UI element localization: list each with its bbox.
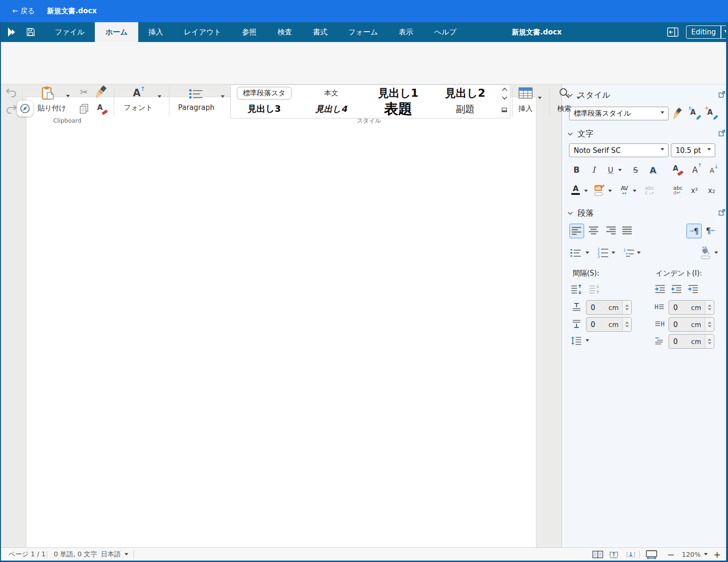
subscript-button[interactable]: x₂ [705, 184, 718, 197]
line-spacing-button[interactable] [570, 334, 583, 347]
font-group-icon[interactable]: A↑ [128, 85, 145, 101]
styles-section-header[interactable]: スタイル [568, 90, 611, 101]
paste-dropdown-caret[interactable] [66, 95, 70, 99]
new-style-button[interactable]: A [705, 107, 719, 120]
spinner-arrows[interactable] [622, 301, 631, 314]
spacing-caret[interactable] [633, 190, 636, 194]
redo-button[interactable] [4, 103, 19, 115]
numbered-list-caret[interactable] [611, 252, 615, 256]
style-heading3[interactable]: 見出し3 [231, 101, 298, 117]
back-button[interactable]: ← 戻る [12, 7, 35, 16]
background-color-caret[interactable] [714, 252, 718, 256]
spinner-arrows[interactable] [705, 301, 714, 314]
insert-dropdown-caret[interactable] [538, 97, 542, 101]
style-heading2[interactable]: 見出し2 [432, 85, 499, 101]
increase-indent-button[interactable] [653, 283, 667, 295]
spinner-arrows[interactable] [705, 318, 714, 331]
style-heading4[interactable]: 見出し4 [298, 101, 365, 117]
before-text-indent-spinner[interactable]: 0 cm [669, 300, 714, 315]
line-spacing-caret[interactable] [586, 339, 589, 344]
paragraph-group-button[interactable]: Paragraph [176, 103, 217, 112]
tab-help[interactable]: ヘルプ [424, 22, 467, 42]
left-to-right-button[interactable]: →¶ [686, 224, 702, 238]
italic-button[interactable]: I [587, 163, 600, 176]
tab-review[interactable]: 検査 [267, 22, 302, 42]
shrink-font-button[interactable]: A↓ [705, 163, 719, 176]
phonetic-guide-button[interactable]: abcd↵ [671, 184, 685, 197]
highlight-color-button[interactable]: ab [594, 184, 605, 197]
tab-file[interactable]: ファイル [44, 22, 95, 42]
outline-list-button[interactable]: 1 [621, 246, 636, 260]
tab-home[interactable]: ホーム [95, 22, 138, 42]
clear-direct-formatting-button[interactable]: A [671, 163, 684, 176]
character-open-dialog-icon[interactable] [719, 129, 725, 138]
bullet-list-button[interactable] [569, 246, 583, 260]
tab-form[interactable]: フォーム [338, 22, 388, 42]
insert-table-icon[interactable] [518, 86, 534, 100]
font-dropdown-caret[interactable] [158, 95, 161, 100]
zoom-in-button[interactable]: + [713, 548, 721, 561]
align-center-button[interactable] [586, 224, 600, 237]
shadow-button[interactable]: A [646, 163, 660, 176]
character-spacing-button[interactable]: AV↔ [617, 184, 631, 197]
styles-open-dialog-icon[interactable] [719, 91, 725, 100]
update-style-button[interactable]: ↻A [688, 107, 702, 120]
paragraph-open-dialog-icon[interactable] [719, 209, 725, 218]
font-size-combobox[interactable]: 10.5 pt [671, 143, 715, 157]
style-title[interactable]: 表題 [365, 101, 432, 117]
tab-insert[interactable]: 挿入 [138, 22, 174, 42]
align-left-button[interactable] [569, 224, 584, 238]
search-icon[interactable] [557, 86, 572, 100]
book-view-button[interactable] [592, 548, 603, 561]
search-button[interactable]: 検索 [552, 104, 577, 113]
fit-width-button[interactable] [645, 548, 658, 561]
increase-paragraph-spacing-button[interactable] [570, 283, 583, 295]
paragraph-background-color-button[interactable] [698, 245, 712, 260]
clone-formatting-icon[interactable] [95, 84, 109, 99]
font-color-button[interactable]: A [570, 184, 582, 197]
document-canvas[interactable] [0, 84, 561, 547]
underline-dropdown-caret[interactable] [618, 169, 622, 173]
editing-mode-button[interactable]: Editing [686, 25, 728, 39]
style-subtitle[interactable]: 副題 [432, 101, 499, 117]
collapse-ribbon-button[interactable] [666, 26, 679, 38]
bold-button[interactable]: B [570, 163, 583, 176]
gallery-more-button[interactable] [499, 106, 510, 114]
zoom-level[interactable]: 120% [682, 548, 708, 561]
paragraph-group-icon[interactable] [188, 87, 204, 101]
below-paragraph-spacing-spinner[interactable]: 0 cm [586, 317, 632, 332]
save-icon[interactable] [24, 22, 38, 42]
paste-icon[interactable] [39, 85, 58, 102]
gallery-up-button[interactable] [499, 85, 510, 93]
zoom-out-button[interactable]: − [667, 548, 675, 561]
entire-page-button[interactable] [609, 548, 619, 561]
right-to-left-button[interactable]: ¶← [703, 224, 718, 237]
bullet-list-caret[interactable] [586, 252, 589, 256]
word-count[interactable]: 0 単語, 0 文字 [54, 548, 97, 561]
above-paragraph-spacing-spinner[interactable]: 0 cm [586, 300, 632, 315]
style-heading1[interactable]: 見出し1 [365, 85, 432, 101]
justify-button[interactable] [620, 224, 634, 237]
style-body-text[interactable]: 本文 [298, 85, 365, 101]
align-right-button[interactable] [603, 224, 617, 237]
page-width-button[interactable] [626, 548, 636, 561]
style-default[interactable]: 標準段落スタ [231, 85, 298, 101]
numbered-list-button[interactable]: 1 2 3 [595, 246, 610, 260]
document-page[interactable] [26, 97, 536, 549]
spinner-arrows[interactable] [705, 335, 714, 348]
insert-button[interactable]: 挿入 [513, 104, 538, 113]
paragraph-dropdown-caret[interactable] [221, 95, 225, 100]
paste-button[interactable]: 貼り付け [29, 104, 75, 113]
outline-list-caret[interactable] [637, 252, 641, 256]
change-case-button[interactable]: abcc ⤻ [643, 184, 657, 197]
character-section-header[interactable]: 文字 [568, 128, 594, 139]
font-group-button[interactable]: フォント [119, 103, 158, 112]
search-dropdown-caret[interactable] [577, 97, 580, 101]
tab-references[interactable]: 参照 [232, 22, 267, 42]
copy-icon[interactable] [77, 102, 91, 116]
paragraph-section-header[interactable]: 段落 [568, 208, 594, 218]
after-text-indent-spinner[interactable]: 0 cm [669, 317, 714, 332]
language-selector[interactable]: 日本語 [101, 548, 128, 561]
hanging-indent-button[interactable] [686, 283, 700, 295]
clone-formatting-button[interactable] [672, 107, 684, 120]
